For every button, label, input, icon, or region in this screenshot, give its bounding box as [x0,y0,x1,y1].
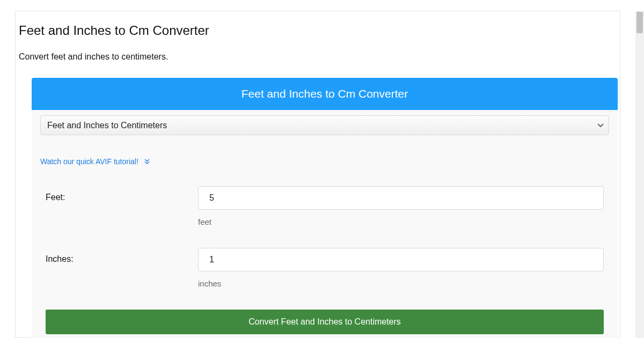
page-title: Feet and Inches to Cm Converter [16,11,620,38]
feet-hint: feet [198,217,604,226]
feet-row: Feet: feet [40,186,609,226]
inches-input-col: inches [198,248,609,288]
card-header: Feet and Inches to Cm Converter [32,78,618,110]
feet-input-col: feet [198,186,609,226]
convert-button[interactable]: Convert Feet and Inches to Centimeters [46,310,604,334]
page-subtitle: Convert feet and inches to centimeters. [16,38,620,62]
conversion-select-wrap: Feet and Inches to Centimeters [40,115,609,135]
tutorial-link[interactable]: Watch our quick AVIF tutorial! [40,157,150,166]
feet-label: Feet: [40,186,198,202]
inches-hint: inches [198,279,604,288]
scrollbar-thumb[interactable] [636,12,643,33]
converter-card: Feet and Inches to Cm Converter Feet and… [32,78,618,338]
tutorial-link-label: Watch our quick AVIF tutorial! [40,157,138,166]
conversion-type-select[interactable]: Feet and Inches to Centimeters [40,115,609,135]
inches-row: Inches: inches [40,248,609,288]
card-body: Feet and Inches to Centimeters Watch our… [32,110,618,338]
scrollbar-track[interactable]: ▾ [635,11,644,338]
main-card: Feet and Inches to Cm Converter Convert … [15,11,620,338]
chevrons-down-icon [144,158,150,165]
feet-input[interactable] [198,186,604,210]
inches-label: Inches: [40,248,198,264]
inches-input[interactable] [198,248,604,271]
